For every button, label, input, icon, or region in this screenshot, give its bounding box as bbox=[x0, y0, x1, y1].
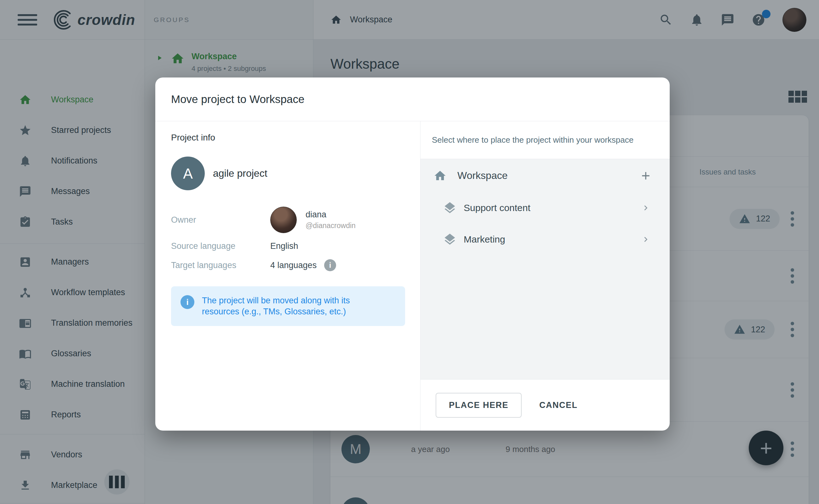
project-info-heading: Project info bbox=[171, 133, 404, 143]
chevron-right-icon[interactable] bbox=[641, 234, 651, 244]
target-languages-label: Target languages bbox=[171, 261, 270, 270]
move-project-modal: Move project to Workspace Project info A… bbox=[155, 77, 670, 431]
tree-item-label: Marketing bbox=[464, 234, 505, 245]
owner-handle: @dianacrowdin bbox=[306, 221, 356, 230]
tree-item-marketing[interactable]: Marketing bbox=[421, 224, 670, 255]
placement-prompt: Select where to place the project within… bbox=[421, 121, 670, 159]
tree-item-label: Support content bbox=[464, 203, 530, 213]
source-language-label: Source language bbox=[171, 241, 270, 251]
place-here-button[interactable]: PLACE HERE bbox=[436, 393, 522, 418]
owner-label: Owner bbox=[171, 215, 270, 225]
tree-item-support-content[interactable]: Support content bbox=[421, 192, 670, 224]
target-languages-row: Target languages 4 languages i bbox=[171, 259, 404, 271]
placement-panel: Select where to place the project within… bbox=[420, 121, 670, 431]
note-line-1: The project will be moved along with its bbox=[202, 296, 350, 305]
source-language-value: English bbox=[270, 241, 298, 251]
note-line-2: resources (e.g., TMs, Glossaries, etc.) bbox=[202, 307, 346, 316]
project-avatar: A bbox=[171, 157, 205, 190]
home-icon bbox=[433, 169, 447, 182]
project-name: agile project bbox=[213, 168, 267, 179]
owner-name: diana bbox=[306, 210, 356, 220]
info-icon[interactable]: i bbox=[324, 259, 336, 271]
group-layers-icon bbox=[443, 232, 457, 246]
owner-avatar bbox=[270, 207, 297, 233]
add-group-icon[interactable] bbox=[639, 169, 652, 182]
modal-footer: PLACE HERE CANCEL bbox=[421, 379, 670, 431]
tree-item-label: Workspace bbox=[457, 170, 507, 181]
placement-tree: Workspace Support content Marketing bbox=[421, 159, 670, 379]
owner-row: Owner diana @dianacrowdin bbox=[171, 207, 404, 233]
modal-body: Project info A agile project Owner diana… bbox=[155, 121, 670, 431]
tree-item-workspace[interactable]: Workspace bbox=[421, 159, 670, 192]
modal-header: Move project to Workspace bbox=[155, 77, 670, 121]
cancel-button[interactable]: CANCEL bbox=[539, 400, 578, 410]
group-layers-icon bbox=[443, 201, 457, 215]
source-language-row: Source language English bbox=[171, 241, 404, 251]
project-summary: A agile project bbox=[171, 157, 404, 190]
chevron-right-icon[interactable] bbox=[641, 203, 651, 213]
info-icon: i bbox=[180, 295, 194, 309]
move-note-alert: i The project will be moved along with i… bbox=[171, 286, 405, 326]
target-languages-value: 4 languages bbox=[270, 261, 317, 270]
project-info-panel: Project info A agile project Owner diana… bbox=[155, 121, 420, 431]
modal-title: Move project to Workspace bbox=[171, 93, 304, 106]
